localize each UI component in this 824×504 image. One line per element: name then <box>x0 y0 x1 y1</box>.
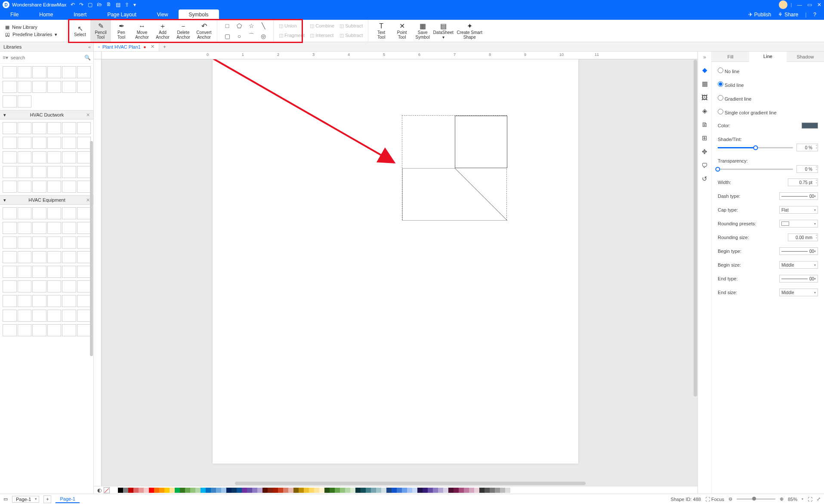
color-swatch[interactable] <box>180 488 185 493</box>
datasheet-button[interactable]: ▤DataSheet▾ <box>433 20 454 42</box>
search-input[interactable] <box>11 55 82 60</box>
boolean-subtract-2[interactable]: ◫ Subtract <box>339 22 363 31</box>
library-shape[interactable] <box>3 251 17 263</box>
color-swatch[interactable] <box>170 488 175 493</box>
radio-no-line[interactable]: No line <box>718 66 818 75</box>
smart-shape-button[interactable]: ✦Create SmartShape <box>454 20 485 42</box>
color-swatch[interactable] <box>314 488 319 493</box>
library-shape[interactable] <box>3 222 17 234</box>
color-swatch[interactable] <box>407 488 412 493</box>
library-shape[interactable] <box>18 166 32 178</box>
library-shape[interactable] <box>77 280 91 292</box>
color-swatch[interactable] <box>417 488 423 493</box>
eyedropper-icon[interactable]: ◐ <box>97 487 102 493</box>
library-shape[interactable] <box>47 66 62 78</box>
convert-anchor-button[interactable]: ↶ConvertAnchor <box>194 20 214 42</box>
add-page-button[interactable]: ＋ <box>43 495 51 503</box>
color-swatch[interactable] <box>304 488 309 493</box>
color-swatch[interactable] <box>438 488 443 493</box>
library-shape[interactable] <box>47 295 62 307</box>
library-shape[interactable] <box>3 324 17 336</box>
library-shape[interactable] <box>32 237 46 249</box>
color-swatch[interactable] <box>361 488 366 493</box>
avatar[interactable] <box>779 0 787 9</box>
library-shape[interactable] <box>62 81 76 93</box>
library-shape[interactable] <box>47 181 62 193</box>
color-swatch[interactable] <box>252 488 257 493</box>
color-swatch[interactable] <box>433 488 438 493</box>
color-swatch[interactable] <box>345 488 350 493</box>
color-swatch[interactable] <box>149 488 154 493</box>
boolean-union-0[interactable]: ◫ Union <box>279 22 305 31</box>
cap-select[interactable]: Flat▾ <box>779 206 818 214</box>
color-swatch[interactable] <box>464 488 469 493</box>
move-anchor-button[interactable]: ↔MoveAnchor <box>132 20 152 42</box>
library-shape[interactable] <box>77 151 91 163</box>
color-swatch[interactable] <box>324 488 330 493</box>
round-preset-select[interactable]: ▾ <box>779 220 818 227</box>
library-shape[interactable] <box>3 66 17 78</box>
library-shape[interactable] <box>18 181 32 193</box>
predefine-libraries-button[interactable]: 🕮 Predefine Libraries▾ <box>5 32 67 37</box>
shape-preset-0[interactable]: □ <box>222 21 232 31</box>
point-tool-button[interactable]: ✕PointTool <box>392 20 412 42</box>
library-shape[interactable] <box>62 266 76 278</box>
shape-preset-2[interactable]: ☆ <box>247 21 256 31</box>
pages-icon[interactable]: ▭ <box>3 496 8 502</box>
library-shape[interactable] <box>77 310 91 322</box>
close-icon[interactable]: ✕ <box>817 2 821 8</box>
library-shape[interactable] <box>32 122 46 134</box>
new-doc-icon[interactable]: ▢ <box>88 2 93 8</box>
library-shape[interactable] <box>47 324 62 336</box>
library-shape[interactable] <box>77 324 91 336</box>
library-shape[interactable] <box>3 181 17 193</box>
color-swatch[interactable] <box>330 488 335 493</box>
library-shape[interactable] <box>77 207 91 219</box>
library-shape[interactable] <box>77 237 91 249</box>
color-swatch[interactable] <box>154 488 159 493</box>
library-shape[interactable] <box>62 295 76 307</box>
close-section-icon[interactable]: ✕ <box>86 112 90 118</box>
color-swatch[interactable] <box>319 488 324 493</box>
color-swatch[interactable] <box>288 488 293 493</box>
library-shape[interactable] <box>18 122 32 134</box>
color-swatch[interactable] <box>206 488 211 493</box>
library-shape[interactable] <box>47 222 62 234</box>
selected-shape[interactable] <box>402 115 507 220</box>
radio-single-gradient-line[interactable]: Single color gradient line <box>718 108 818 116</box>
library-shape[interactable] <box>47 207 62 219</box>
transparency-value[interactable]: 0 % <box>796 165 818 173</box>
library-shape[interactable] <box>32 222 46 234</box>
color-swatch[interactable] <box>448 488 454 493</box>
boolean-fragment-3[interactable]: ◫ Fragment <box>279 31 305 40</box>
style-icon[interactable]: ◆ <box>702 66 707 74</box>
color-swatch[interactable] <box>392 488 397 493</box>
library-shape[interactable] <box>3 137 17 149</box>
color-swatch[interactable] <box>495 488 500 493</box>
boolean-combine-1[interactable]: ◫ Combine <box>310 22 334 31</box>
library-shape[interactable] <box>32 181 46 193</box>
zoom-in-icon[interactable]: ⊕ <box>780 496 784 502</box>
library-shape[interactable] <box>62 310 76 322</box>
color-swatch[interactable] <box>128 488 133 493</box>
pencil-button[interactable]: ✎PencilTool <box>90 20 111 42</box>
library-shape[interactable] <box>18 251 32 263</box>
text-tool-button[interactable]: TTextTool <box>371 20 392 42</box>
library-section-equipment[interactable]: ▾ HVAC Equipment ✕ <box>0 195 93 205</box>
end-size-select[interactable]: Middle▾ <box>779 289 818 296</box>
library-shape[interactable] <box>47 137 62 149</box>
library-shape[interactable] <box>3 295 17 307</box>
library-shape[interactable] <box>18 207 32 219</box>
color-swatch[interactable] <box>479 488 485 493</box>
color-swatch[interactable] <box>262 488 268 493</box>
library-shape[interactable] <box>18 295 32 307</box>
library-shape[interactable] <box>3 122 17 134</box>
library-shape[interactable] <box>47 166 62 178</box>
library-shape[interactable] <box>32 151 46 163</box>
zoom-value[interactable]: 85% <box>788 497 797 502</box>
begin-size-select[interactable]: Middle▾ <box>779 261 818 269</box>
qat-more-icon[interactable]: ▾ <box>133 2 136 8</box>
image-icon[interactable]: 🖼 <box>701 94 708 101</box>
shape-preset-5[interactable]: ○ <box>235 31 244 41</box>
color-swatch[interactable] <box>386 488 392 493</box>
